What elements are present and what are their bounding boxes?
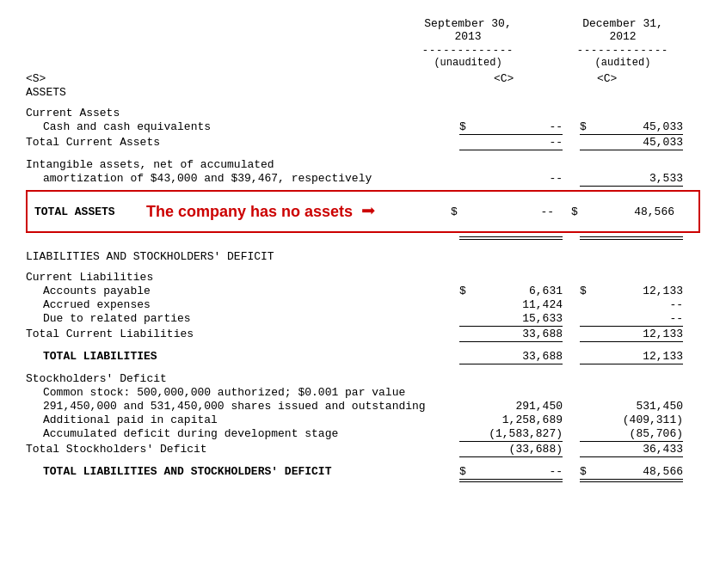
cash-label: Cash and cash equivalents bbox=[26, 120, 459, 133]
s-marker-row: <S> <C> <C> bbox=[26, 72, 700, 85]
intangible-col2-line bbox=[580, 186, 683, 187]
col2-line2: 2012 bbox=[545, 30, 700, 43]
col2-subheader: (audited) bbox=[545, 57, 700, 69]
annotation-text: The company has no assets bbox=[146, 203, 353, 221]
total-curr-col1-line bbox=[459, 150, 563, 150]
total-assets-col1-dbl bbox=[459, 236, 563, 240]
total-liab-stock-col1-dollar: $ bbox=[459, 465, 477, 478]
intangible-line2-row: amortization of $43,000 and $39,467, res… bbox=[26, 172, 700, 185]
accrued-col2: -- bbox=[597, 298, 700, 311]
total-liab-stock-col2-val: 48,566 bbox=[597, 465, 700, 478]
total-assets-col2-dbl bbox=[580, 236, 683, 240]
intangible-line2: amortization of $43,000 and $39,467, res… bbox=[26, 172, 459, 185]
total-current-col1: -- bbox=[477, 136, 580, 149]
current-assets-row: Current Assets bbox=[26, 107, 700, 119]
stockholders-deficit-row: Stockholders' Deficit bbox=[26, 372, 700, 385]
common-col1: 291,450 bbox=[477, 400, 580, 413]
accumulated-deficit-row: Accumulated deficit during development s… bbox=[26, 427, 700, 440]
col1-subheader: (unaudited) bbox=[391, 57, 545, 69]
col1-dollar-placeholder: <C> bbox=[494, 72, 511, 85]
col1-header: September 30, 2013 bbox=[391, 17, 545, 43]
due-related-label: Due to related parties bbox=[26, 312, 459, 325]
additional-paid-row: Additional paid in capital 1,258,689 (40… bbox=[26, 413, 700, 426]
total-current-line-row bbox=[26, 150, 700, 150]
total-assets-box: TOTAL ASSETS The company has no assets ➡… bbox=[26, 190, 700, 233]
cash-row: Cash and cash equivalents $ -- $ 45,033 bbox=[26, 120, 700, 133]
accumulated-deficit-label: Accumulated deficit during development s… bbox=[26, 427, 459, 440]
stockholders-line bbox=[26, 441, 700, 442]
total-stock-col1: (33,688) bbox=[477, 443, 580, 456]
additional-paid-label: Additional paid in capital bbox=[26, 413, 459, 426]
total-liab-stock-row: TOTAL LIABILITIES AND STOCKHOLDERS' DEFI… bbox=[26, 465, 700, 478]
s-marker: <S> bbox=[26, 72, 494, 85]
total-curr-liab-col1: 33,688 bbox=[477, 328, 580, 340]
current-liabilities-row: Current Liabilities bbox=[26, 271, 700, 284]
col2-dollar-placeholder: <C> bbox=[597, 72, 614, 85]
total-curr-liab-col2: 12,133 bbox=[597, 328, 700, 340]
total-liab-col2: 12,133 bbox=[597, 350, 700, 363]
accounts-payable-row: Accounts payable $ 6,631 $ 12,133 bbox=[26, 285, 700, 297]
col1-line2: 2013 bbox=[391, 30, 545, 43]
assets-title-row: ASSETS bbox=[26, 86, 700, 99]
total-assets-col2-dollar: $ bbox=[571, 205, 588, 218]
due-related-row: Due to related parties 15,633 -- bbox=[26, 312, 700, 325]
col2-header: December 31, 2012 bbox=[545, 17, 700, 43]
accts-col1-val: 6,631 bbox=[477, 285, 580, 297]
total-liab-stock-dbl-line bbox=[26, 479, 700, 482]
page: September 30, 2013 December 31, 2012 ---… bbox=[26, 17, 700, 482]
accrued-col1: 11,424 bbox=[477, 298, 580, 311]
liabilities-header: LIABILITIES AND STOCKHOLDERS' DEFICIT bbox=[26, 250, 700, 263]
liabilities-header-row: LIABILITIES AND STOCKHOLDERS' DEFICIT bbox=[26, 250, 700, 263]
total-liab-line bbox=[26, 364, 700, 364]
cash-col1-dollar: $ bbox=[459, 120, 477, 133]
total-stockholders-row: Total Stockholders' Deficit (33,688) 36,… bbox=[26, 443, 700, 456]
accrued-expenses-row: Accrued expenses 11,424 -- bbox=[26, 298, 700, 311]
total-liab-stock-col1-val: -- bbox=[477, 465, 580, 478]
intangible-line1-row: Intangible assets, net of accumulated bbox=[26, 158, 700, 171]
total-stockholders-label: Total Stockholders' Deficit bbox=[26, 443, 459, 456]
curr-liab-col2-line bbox=[580, 326, 683, 327]
total-stock-line bbox=[26, 456, 700, 457]
curr-liab-col1-line bbox=[459, 326, 563, 327]
cash-col1-val: -- bbox=[477, 120, 580, 133]
accumulated-col1: (1,583,827) bbox=[477, 427, 580, 440]
total-assets-col1-val: -- bbox=[468, 205, 571, 218]
cash-col1-line bbox=[459, 134, 563, 135]
current-assets-label: Current Assets bbox=[26, 107, 700, 119]
stockholders-deficit-label: Stockholders' Deficit bbox=[26, 372, 700, 385]
intangible-col1: -- bbox=[477, 172, 580, 185]
intangible-col2: 3,533 bbox=[597, 172, 700, 185]
col1-line1: September 30, bbox=[391, 17, 545, 30]
col2-line1: December 31, bbox=[545, 17, 700, 30]
arrow-icon: ➡ bbox=[361, 197, 376, 226]
accts-col2-val: 12,133 bbox=[597, 285, 700, 297]
common-stock-line2-row: 291,450,000 and 531,450,000 shares issue… bbox=[26, 400, 700, 413]
intangible-line1: Intangible assets, net of accumulated bbox=[26, 158, 700, 171]
due-related-col1: 15,633 bbox=[477, 312, 580, 325]
intangible-line-row bbox=[26, 186, 700, 187]
accrued-expenses-label: Accrued expenses bbox=[26, 298, 459, 311]
common-stock-line2: 291,450,000 and 531,450,000 shares issue… bbox=[26, 400, 459, 413]
accts-col2-dollar: $ bbox=[580, 285, 597, 297]
total-liab-col1: 33,688 bbox=[477, 350, 580, 363]
col1-divider: ------------- bbox=[391, 45, 545, 57]
current-liabilities-label: Current Liabilities bbox=[26, 271, 700, 284]
total-liab-label: TOTAL LIABILITIES bbox=[26, 350, 459, 363]
total-current-assets-row: Total Current Assets -- 45,033 bbox=[26, 136, 700, 149]
cash-line-row bbox=[26, 134, 700, 135]
common-stock-line1: Common stock: 500,000,000 authorized; $0… bbox=[26, 386, 700, 399]
total-liab-row: TOTAL LIABILITIES 33,688 12,133 bbox=[26, 350, 700, 363]
assets-label: ASSETS bbox=[26, 86, 700, 99]
total-assets-col2-val: 48,566 bbox=[588, 205, 692, 218]
total-stock-col2: 36,433 bbox=[597, 443, 700, 456]
column-headers: September 30, 2013 December 31, 2012 bbox=[26, 17, 700, 43]
cash-col2-val: 45,033 bbox=[597, 120, 700, 133]
total-liab-stock-col2-dollar: $ bbox=[580, 465, 597, 478]
total-liab-stock-label: TOTAL LIABILITIES AND STOCKHOLDERS' DEFI… bbox=[26, 465, 459, 478]
col2-divider: ------------- bbox=[545, 45, 700, 57]
total-curr-liab-row: Total Current Liabilities 33,688 12,133 bbox=[26, 328, 700, 340]
accumulated-col2: (85,706) bbox=[597, 427, 700, 440]
curr-liab-line bbox=[26, 326, 700, 327]
header-dividers: ------------- ------------- bbox=[26, 45, 700, 57]
additional-col2: (409,311) bbox=[597, 413, 700, 426]
